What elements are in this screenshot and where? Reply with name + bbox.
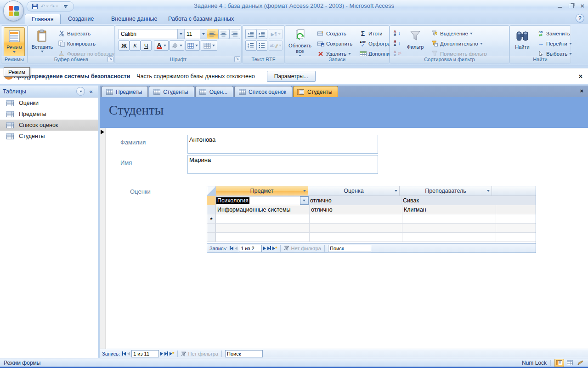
lastname-field[interactable]: Антонова	[187, 135, 378, 154]
decrease-indent-button[interactable]	[245, 29, 256, 39]
options-button[interactable]: Параметры...	[267, 71, 316, 82]
copy-button[interactable]: Копировать	[57, 39, 97, 48]
new-record-button[interactable]: * Создать	[316, 29, 348, 38]
bold-button[interactable]: Ж	[119, 40, 130, 51]
undo-icon[interactable]: ↶	[40, 3, 49, 10]
redo-icon[interactable]: ↷	[50, 3, 58, 10]
subject-combo-cell[interactable]: Психология	[216, 196, 309, 205]
datasheet-corner-cell[interactable]	[207, 186, 216, 196]
datasheet-view-button[interactable]	[565, 359, 575, 367]
new-record-nav-icon[interactable]: *	[272, 246, 277, 251]
numbered-list-button[interactable]: 123	[245, 40, 256, 51]
security-close-icon[interactable]: ×	[579, 73, 582, 80]
doc-tab-spisok-ocenok[interactable]: Список оценок	[234, 86, 292, 97]
nav-item-ocenki[interactable]: Оценки	[0, 98, 98, 109]
align-center-button[interactable]	[218, 29, 229, 39]
last-record-icon[interactable]	[267, 246, 271, 251]
goto-button[interactable]: → Перейти	[536, 39, 573, 48]
tab-external-data[interactable]: Внешние данные	[105, 14, 164, 24]
save-icon[interactable]	[31, 3, 39, 10]
previous-record-icon[interactable]	[127, 351, 130, 356]
view-button[interactable]: Режим	[4, 27, 25, 58]
datasheet-row-current[interactable]: Психология отлично Сивак	[207, 196, 536, 205]
increase-indent-button[interactable]	[256, 29, 267, 39]
subform-search-input[interactable]: Поиск	[328, 245, 371, 252]
find-button[interactable]: Найти	[512, 27, 533, 57]
nav-pane-menu-icon[interactable]	[76, 87, 85, 96]
highlight-button[interactable]: ab	[269, 40, 283, 51]
no-filter-indicator[interactable]: Нет фильтра	[181, 351, 218, 356]
record-position[interactable]: 1 из 11	[131, 350, 159, 357]
text-direction-button[interactable]: ▶¶	[269, 29, 283, 39]
nav-item-studenty[interactable]: Студенты	[0, 131, 98, 142]
selection-button[interactable]: Выделение	[430, 29, 474, 38]
doc-tab-predmety[interactable]: Предметы	[102, 86, 148, 97]
form-view-button[interactable]	[554, 359, 564, 367]
sort-ascending-button[interactable]: АЯ ↓	[392, 28, 404, 38]
doc-tab-studenty-table[interactable]: Студенты	[149, 86, 194, 97]
minimize-icon[interactable]	[558, 7, 562, 8]
nav-item-predmety[interactable]: Предметы	[0, 109, 98, 120]
last-record-icon[interactable]	[164, 351, 168, 356]
new-record-selector[interactable]: *	[207, 214, 216, 224]
combo-arrow-icon[interactable]	[177, 29, 184, 39]
no-filter-indicator[interactable]: Нет фильтра	[284, 246, 321, 251]
new-record-nav-icon[interactable]: *	[170, 351, 174, 356]
column-dropdown-icon[interactable]	[395, 190, 397, 192]
grade-cell[interactable]: отлично	[309, 196, 401, 205]
firstname-field[interactable]: Марина	[187, 155, 378, 174]
underline-button[interactable]: Ч	[141, 40, 152, 51]
next-record-icon[interactable]	[263, 246, 266, 251]
font-color-button[interactable]: А	[154, 40, 169, 51]
tab-create[interactable]: Создание	[62, 14, 100, 24]
tab-database-tools[interactable]: Работа с базами данных	[162, 14, 240, 24]
doc-close-icon[interactable]: ×	[580, 87, 583, 94]
gridlines-button[interactable]	[185, 40, 200, 51]
paste-button[interactable]: Вставить	[31, 27, 54, 57]
office-button[interactable]	[3, 0, 24, 21]
font-size-combo[interactable]: 11	[184, 29, 207, 39]
previous-record-icon[interactable]	[235, 246, 237, 251]
main-search-input[interactable]: Поиск	[225, 350, 263, 357]
alternate-fill-button[interactable]	[201, 40, 217, 51]
filter-button[interactable]: Фильтр	[404, 27, 427, 57]
record-selector-bar[interactable]	[100, 128, 106, 349]
row-selector[interactable]	[207, 205, 216, 214]
save-record-button[interactable]: Сохранить	[316, 39, 354, 48]
dialog-launcher-icon[interactable]: ↘	[234, 56, 240, 62]
restore-icon[interactable]	[569, 4, 574, 8]
first-record-icon[interactable]	[230, 246, 233, 251]
replace-button[interactable]: ab ⇄ Заменить	[536, 29, 571, 38]
nav-pane-header[interactable]: Таблицы «	[0, 86, 98, 98]
fill-color-button[interactable]	[170, 40, 184, 51]
help-button[interactable]: ?	[576, 14, 584, 23]
align-right-button[interactable]	[229, 29, 240, 39]
first-record-icon[interactable]	[122, 351, 126, 356]
cut-button[interactable]: Вырезать	[57, 29, 92, 38]
bullet-list-button[interactable]	[256, 40, 267, 51]
font-name-combo[interactable]: Calibri	[119, 29, 185, 39]
combo-arrow-icon[interactable]	[200, 29, 207, 39]
design-view-button[interactable]	[576, 359, 585, 367]
refresh-all-button[interactable]: Обновить все	[287, 27, 313, 57]
datasheet-new-row[interactable]: *	[207, 214, 536, 224]
column-header-ocenka[interactable]: Оценка	[308, 186, 400, 196]
italic-button[interactable]: К	[130, 40, 141, 51]
teacher-cell[interactable]: Сивак	[401, 196, 495, 205]
grade-cell[interactable]: отлично	[310, 205, 402, 214]
teacher-cell[interactable]: Клигман	[402, 205, 496, 214]
datasheet-row[interactable]: Информационные системы отлично Клигман	[207, 205, 536, 214]
record-position[interactable]: 1 из 2	[239, 245, 262, 252]
tab-home[interactable]: Главная	[25, 14, 61, 24]
combo-dropdown-icon[interactable]	[300, 196, 308, 205]
customize-qat-icon[interactable]	[62, 3, 70, 10]
sort-descending-button[interactable]: ЯА ↓	[392, 38, 404, 48]
column-dropdown-icon[interactable]	[303, 190, 306, 192]
column-dropdown-icon[interactable]	[487, 190, 490, 192]
doc-tab-ocen[interactable]: Оцен...	[195, 86, 233, 97]
column-header-prepodavatel[interactable]: Преподаватель	[400, 186, 492, 196]
subject-cell[interactable]: Информационные системы	[216, 205, 310, 214]
totals-button[interactable]: Σ Итоги	[358, 29, 384, 38]
nav-item-spisok-ocenok[interactable]: Список оценок	[0, 120, 98, 131]
close-icon[interactable]: ×	[580, 3, 584, 9]
